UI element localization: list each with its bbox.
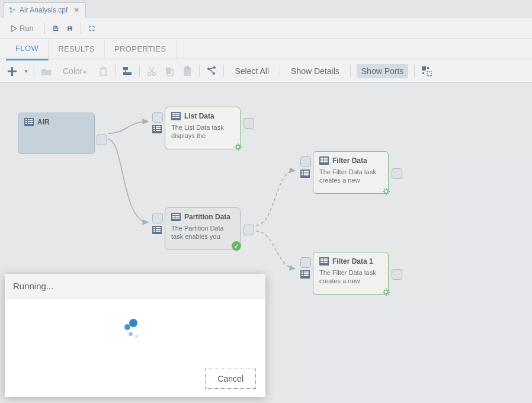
svg-rect-24	[28, 119, 30, 120]
output-port[interactable]	[392, 269, 402, 280]
toolbar-separator	[350, 65, 351, 77]
svg-rect-70	[321, 159, 323, 161]
select-all-button[interactable]: Select All	[230, 64, 274, 78]
toolbar-separator	[115, 65, 116, 77]
view-tabs: FLOW RESULTS PROPERTIES	[0, 39, 532, 59]
dataset-icon	[300, 270, 310, 279]
svg-rect-54	[172, 214, 175, 215]
svg-rect-51	[153, 231, 155, 232]
running-spark-icon	[382, 288, 390, 296]
format-icon[interactable]	[121, 65, 133, 77]
svg-rect-28	[30, 121, 33, 122]
show-details-button[interactable]: Show Details	[286, 64, 344, 78]
svg-rect-14	[185, 66, 189, 69]
tab-flow[interactable]: FLOW	[6, 38, 49, 60]
output-port[interactable]	[392, 168, 402, 179]
toolbar-separator	[414, 65, 415, 77]
svg-rect-18	[422, 66, 426, 71]
svg-rect-13	[184, 68, 191, 76]
svg-rect-11	[166, 68, 171, 74]
svg-rect-6	[100, 69, 106, 75]
svg-rect-84	[321, 260, 323, 261]
toolbar-separator	[199, 65, 200, 77]
add-dropdown-caret-icon[interactable]: ▾	[25, 68, 28, 74]
svg-rect-55	[175, 214, 180, 215]
tab-results[interactable]: RESULTS	[49, 39, 105, 59]
output-port[interactable]	[97, 135, 107, 145]
svg-rect-27	[28, 121, 30, 122]
svg-rect-31	[30, 123, 33, 124]
open-folder-icon	[40, 65, 52, 77]
svg-rect-76	[304, 271, 309, 273]
close-tab-icon[interactable]: ✕	[73, 6, 79, 14]
svg-rect-20	[422, 72, 424, 74]
node-list-data[interactable]: List Data The List Data task displays th…	[165, 107, 241, 149]
fullscreen-icon[interactable]	[87, 24, 97, 33]
svg-rect-57	[175, 216, 180, 217]
arrange-icon[interactable]	[206, 65, 217, 77]
dialog-title: Running...	[5, 274, 265, 299]
copy-icon	[164, 65, 175, 77]
svg-rect-71	[323, 159, 328, 161]
node-title: Filter Data 1	[332, 257, 373, 266]
svg-rect-26	[25, 121, 27, 122]
svg-rect-23	[25, 119, 27, 120]
loading-spinner-icon	[123, 319, 147, 343]
tab-properties[interactable]: PROPERTIES	[105, 39, 177, 59]
svg-rect-43	[175, 115, 180, 116]
svg-rect-62	[304, 171, 309, 172]
svg-rect-77	[302, 273, 303, 274]
cancel-button[interactable]: Cancel	[205, 369, 256, 389]
node-air[interactable]: AIR	[18, 113, 95, 154]
running-dialog: Running... Cancel	[5, 274, 265, 397]
node-desc: The Partition Data task enables you	[171, 225, 234, 241]
svg-rect-8	[123, 72, 132, 75]
node-filter-data[interactable]: Filter Data The Filter Data task creates…	[313, 151, 389, 194]
svg-rect-41	[175, 113, 180, 114]
mini-map-icon[interactable]	[421, 65, 432, 77]
svg-rect-34	[156, 126, 161, 127]
svg-rect-50	[156, 229, 161, 230]
node-title: AIR	[37, 118, 50, 126]
control-port-icon[interactable]	[152, 213, 162, 221]
node-partition-data[interactable]: Partition Data The Partition Data task e…	[165, 207, 241, 250]
node-filter-data-1[interactable]: Filter Data 1 The Filter Data task creat…	[313, 252, 389, 295]
svg-rect-65	[302, 174, 303, 175]
save-as-icon[interactable]	[65, 24, 75, 33]
toolbar-separator	[139, 65, 140, 77]
control-port-icon[interactable]	[300, 257, 310, 266]
app-toolbar: Run	[0, 18, 532, 39]
svg-rect-29	[25, 123, 27, 124]
svg-rect-30	[28, 123, 30, 124]
svg-rect-21	[427, 72, 431, 76]
svg-rect-37	[153, 130, 155, 131]
add-icon[interactable]	[6, 65, 18, 77]
success-check-icon: ✓	[232, 241, 241, 251]
node-desc: The Filter Data task creates a new	[319, 269, 382, 286]
svg-rect-7	[123, 67, 128, 70]
dialog-footer: Cancel	[5, 363, 265, 397]
svg-rect-87	[323, 262, 328, 263]
control-port-icon[interactable]	[300, 156, 310, 165]
color-dropdown[interactable]: Color▾	[58, 64, 91, 78]
svg-rect-58	[172, 218, 175, 219]
run-button[interactable]: Run	[6, 21, 39, 35]
run-label: Run	[20, 24, 34, 33]
file-tab[interactable]: Air Analysis.cpf ✕	[4, 2, 86, 18]
task-icon	[171, 213, 181, 221]
dialog-body	[5, 299, 265, 363]
svg-rect-73	[323, 161, 328, 162]
node-title: Filter Data	[332, 156, 367, 165]
svg-rect-68	[321, 158, 323, 159]
svg-rect-47	[153, 227, 155, 228]
cut-icon	[146, 65, 158, 77]
output-port[interactable]	[243, 225, 254, 235]
show-ports-button[interactable]: Show Ports	[357, 64, 409, 78]
output-port[interactable]	[243, 118, 254, 129]
delete-icon	[97, 65, 109, 77]
control-port-icon[interactable]	[152, 112, 162, 120]
svg-rect-44	[172, 117, 175, 118]
save-icon[interactable]	[51, 24, 60, 33]
svg-rect-48	[156, 227, 161, 228]
node-title: List Data	[184, 112, 214, 120]
